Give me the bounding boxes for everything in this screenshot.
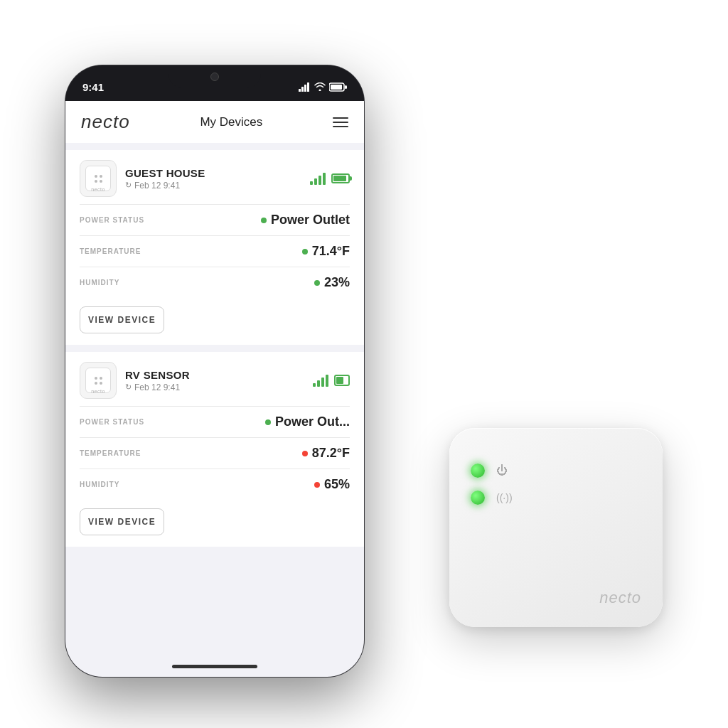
power-status-dot bbox=[261, 218, 267, 223]
sync-icon: ↻ bbox=[125, 181, 132, 190]
necto-led-row-2: ((·)) bbox=[471, 491, 513, 505]
device-info-rv: RV SENSOR ↻ Feb 12 9:41 bbox=[125, 369, 304, 392]
device-card-rv-sensor[interactable]: necto RV SENSOR ↻ Feb 12 9:41 bbox=[65, 352, 364, 547]
sync-time-rv: Feb 12 9:41 bbox=[134, 382, 180, 392]
device-data-rows-rv: POWER STATUS Power Out... TEMPERATURE 87… bbox=[65, 406, 364, 500]
necto-leds: ⏻ ((·)) bbox=[471, 464, 513, 505]
status-time: 9:41 bbox=[82, 81, 104, 93]
hamburger-line-2 bbox=[333, 122, 348, 123]
humidity-row: HUMIDITY 23% bbox=[80, 267, 350, 298]
thumb-dot bbox=[100, 180, 102, 183]
humidity-value-rv: 65% bbox=[314, 477, 350, 492]
home-bar bbox=[172, 665, 257, 668]
thumb-dot-rv bbox=[95, 382, 97, 385]
thumb-dot bbox=[100, 175, 102, 178]
battery-icon bbox=[329, 82, 347, 92]
power-status-value: Power Outlet bbox=[261, 213, 350, 228]
signal-bars-rv-icon bbox=[313, 374, 328, 387]
device-info: GUEST HOUSE ↻ Feb 12 9:41 bbox=[125, 167, 301, 191]
signal-bar-3 bbox=[318, 176, 321, 185]
device-card-guest-house[interactable]: necto GUEST HOUSE ↻ Feb 12 9:41 bbox=[65, 150, 364, 345]
svg-rect-2 bbox=[304, 85, 306, 92]
svg-rect-0 bbox=[299, 89, 301, 92]
battery-fill bbox=[333, 176, 346, 181]
svg-rect-6 bbox=[345, 85, 347, 89]
menu-button[interactable] bbox=[333, 117, 348, 127]
thumb-dot-rv bbox=[95, 377, 97, 380]
sync-time: Feb 12 9:41 bbox=[134, 181, 180, 191]
power-status-label: POWER STATUS bbox=[80, 216, 144, 224]
temperature-dot bbox=[302, 249, 308, 255]
device-thumb-dots-rv bbox=[95, 377, 102, 385]
humidity-row-rv: HUMIDITY 65% bbox=[80, 469, 350, 500]
device-sync-rv: ↻ Feb 12 9:41 bbox=[125, 382, 304, 392]
device-thumbnail: necto bbox=[80, 160, 117, 197]
signal-bar-rv-1 bbox=[313, 383, 316, 387]
front-camera bbox=[210, 73, 219, 81]
device-thumb-label-rv: necto bbox=[91, 389, 105, 394]
temperature-dot-rv bbox=[302, 451, 308, 456]
power-status-value-rv: Power Out... bbox=[265, 414, 350, 429]
svg-rect-5 bbox=[331, 85, 342, 90]
thumb-dot-rv bbox=[100, 377, 102, 380]
device-thumb-label: necto bbox=[91, 187, 105, 192]
signal-bar-rv-3 bbox=[321, 378, 324, 387]
device-thumb-dots bbox=[95, 175, 102, 183]
signal-bars-icon bbox=[310, 172, 326, 185]
status-icons bbox=[299, 82, 347, 92]
necto-device-box: ⏻ ((·)) necto bbox=[449, 428, 663, 627]
app-logo: necto bbox=[81, 111, 130, 133]
phone-shell: 9:41 bbox=[65, 65, 364, 677]
device-header: necto GUEST HOUSE ↻ Feb 12 9:41 bbox=[65, 150, 364, 204]
cellular-icon bbox=[299, 82, 311, 92]
power-led bbox=[471, 464, 485, 478]
power-status-dot-rv bbox=[265, 419, 271, 425]
battery-status-icon bbox=[331, 173, 350, 183]
view-device-button-1[interactable]: VIEW DEVICE bbox=[80, 306, 164, 333]
temperature-row: TEMPERATURE 71.4°F bbox=[80, 235, 350, 267]
signal-bar-1 bbox=[310, 181, 313, 185]
device-thumbnail-rv: necto bbox=[80, 362, 117, 399]
wifi-icon bbox=[314, 82, 326, 91]
hamburger-line-3 bbox=[333, 126, 348, 127]
power-icon: ⏻ bbox=[496, 464, 508, 477]
necto-led-row-1: ⏻ bbox=[471, 464, 513, 478]
signal-bar-2 bbox=[314, 178, 317, 185]
battery-rv-fill bbox=[336, 377, 343, 384]
temperature-value: 71.4°F bbox=[302, 244, 350, 259]
hamburger-line-1 bbox=[333, 117, 348, 119]
signal-bar-4 bbox=[323, 173, 326, 185]
sync-icon-rv: ↻ bbox=[125, 382, 132, 392]
phone-screen: necto My Devices bbox=[65, 101, 364, 677]
humidity-value: 23% bbox=[314, 275, 350, 290]
battery-rv-icon bbox=[334, 375, 350, 386]
view-device-button-2[interactable]: VIEW DEVICE bbox=[80, 508, 164, 535]
device-header-rv: necto RV SENSOR ↻ Feb 12 9:41 bbox=[65, 352, 364, 406]
device-name: GUEST HOUSE bbox=[125, 167, 301, 179]
scene: 9:41 bbox=[44, 44, 684, 684]
signal-bar-rv-2 bbox=[317, 380, 320, 387]
device-data-rows: POWER STATUS Power Outlet TEMPERATURE 71… bbox=[65, 204, 364, 298]
power-status-row-rv: POWER STATUS Power Out... bbox=[80, 406, 350, 437]
device-sync: ↻ Feb 12 9:41 bbox=[125, 181, 301, 191]
wifi-led bbox=[471, 491, 485, 505]
svg-rect-1 bbox=[301, 87, 304, 92]
app-header: necto My Devices bbox=[65, 101, 364, 143]
humidity-label: HUMIDITY bbox=[80, 279, 119, 287]
device-status-icons-rv bbox=[313, 374, 350, 387]
thumb-dot bbox=[95, 175, 97, 178]
svg-rect-3 bbox=[307, 82, 309, 92]
power-status-label-rv: POWER STATUS bbox=[80, 418, 144, 426]
temperature-row-rv: TEMPERATURE 87.2°F bbox=[80, 437, 350, 469]
app-title: My Devices bbox=[200, 115, 262, 129]
notch bbox=[168, 65, 261, 88]
humidity-dot bbox=[314, 280, 320, 286]
device-name-rv: RV SENSOR bbox=[125, 369, 304, 381]
temperature-label-rv: TEMPERATURE bbox=[80, 449, 141, 457]
thumb-dot bbox=[95, 180, 97, 183]
humidity-label-rv: HUMIDITY bbox=[80, 481, 119, 488]
signal-bar-rv-4 bbox=[326, 375, 328, 387]
wifi-led-icon: ((·)) bbox=[496, 492, 513, 503]
status-bar: 9:41 bbox=[65, 65, 364, 101]
temperature-value-rv: 87.2°F bbox=[302, 446, 350, 461]
